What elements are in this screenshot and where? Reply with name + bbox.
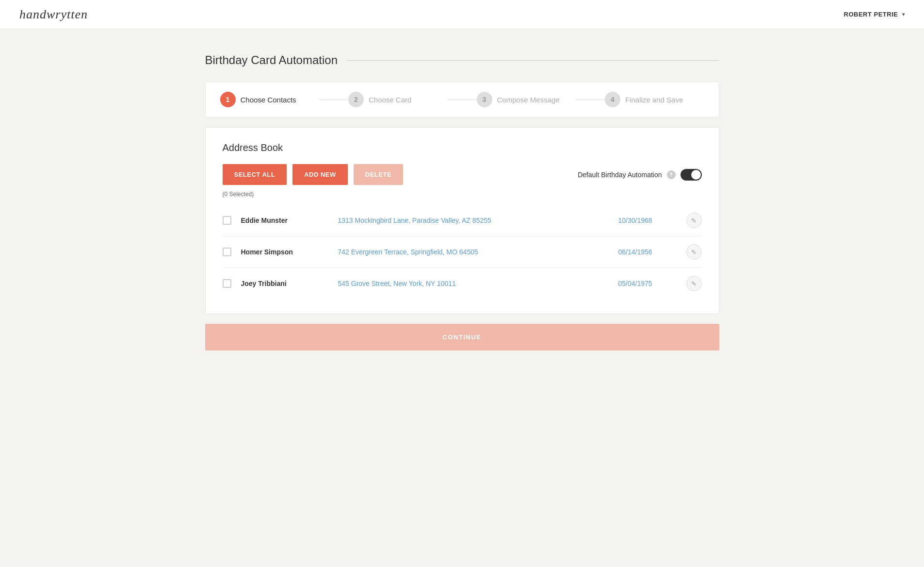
default-birthday-label: Default Birthday Automation: [578, 171, 662, 179]
step-3: 3 Compose Message: [477, 92, 576, 107]
step-4-number: 4: [605, 92, 620, 107]
user-name: ROBERT PETRIE: [844, 11, 898, 18]
toolbar: SELECT ALL ADD NEW DELETE Default Birthd…: [223, 164, 702, 185]
edit-contact-button[interactable]: ✎: [686, 213, 702, 228]
step-connector-3: [576, 100, 605, 100]
help-icon[interactable]: ?: [667, 170, 676, 179]
header: handwrytten ROBERT PETRIE ▾: [0, 0, 924, 29]
content-card: Address Book SELECT ALL ADD NEW DELETE D…: [205, 127, 719, 314]
step-2: 2 Choose Card: [348, 92, 448, 107]
contact-dob: 06/14/1956: [618, 248, 677, 256]
contact-address: 742 Evergreen Terrace, Springfield, MO 6…: [338, 248, 609, 256]
selected-count: (0 Selected): [223, 191, 702, 198]
step-connector-1: [319, 100, 348, 100]
user-menu[interactable]: ROBERT PETRIE ▾: [844, 11, 905, 18]
main-content: Birthday Card Automation 1 Choose Contac…: [186, 29, 739, 375]
logo: handwrytten: [19, 7, 88, 22]
page-title-row: Birthday Card Automation: [205, 53, 719, 67]
contact-name: Joey Tribbiani: [241, 280, 328, 287]
add-new-button[interactable]: ADD NEW: [292, 164, 348, 185]
continue-button[interactable]: CONTINUE: [205, 324, 719, 350]
chevron-down-icon: ▾: [902, 12, 905, 17]
table-row: Homer Simpson 742 Evergreen Terrace, Spr…: [223, 236, 702, 268]
table-row: Joey Tribbiani 545 Grove Street, New Yor…: [223, 268, 702, 299]
step-1: 1 Choose Contacts: [220, 92, 320, 107]
contact-dob: 10/30/1968: [618, 217, 677, 224]
toolbar-right: Default Birthday Automation ?: [578, 169, 702, 181]
contact-checkbox-joey[interactable]: [223, 279, 231, 288]
delete-button[interactable]: DELETE: [354, 164, 403, 185]
step-4-label: Finalize and Save: [625, 96, 683, 104]
step-1-label: Choose Contacts: [241, 96, 296, 104]
contact-dob: 05/04/1975: [618, 280, 677, 287]
table-row: Eddie Munster 1313 Mockingbird Lane, Par…: [223, 205, 702, 236]
step-2-label: Choose Card: [369, 96, 411, 104]
contact-name: Eddie Munster: [241, 217, 328, 224]
step-2-number: 2: [348, 92, 364, 107]
steps-card: 1 Choose Contacts 2 Choose Card 3 Compos…: [205, 82, 719, 117]
contact-checkbox-homer[interactable]: [223, 248, 231, 256]
page-title: Birthday Card Automation: [205, 53, 338, 67]
toggle-knob: [691, 170, 701, 180]
default-birthday-toggle[interactable]: [681, 169, 702, 181]
address-book-title: Address Book: [223, 142, 702, 153]
contact-list: Eddie Munster 1313 Mockingbird Lane, Par…: [223, 205, 702, 299]
step-3-label: Compose Message: [497, 96, 560, 104]
contact-address: 545 Grove Street, New York, NY 10011: [338, 280, 609, 287]
select-all-button[interactable]: SELECT ALL: [223, 164, 287, 185]
step-connector-2: [448, 100, 477, 100]
edit-contact-button[interactable]: ✎: [686, 244, 702, 260]
contact-name: Homer Simpson: [241, 248, 328, 256]
contact-address: 1313 Mockingbird Lane, Paradise Valley, …: [338, 217, 609, 224]
edit-contact-button[interactable]: ✎: [686, 276, 702, 291]
step-4: 4 Finalize and Save: [605, 92, 704, 107]
step-1-number: 1: [220, 92, 236, 107]
title-divider: [347, 60, 719, 61]
step-3-number: 3: [477, 92, 492, 107]
contact-checkbox-eddie[interactable]: [223, 216, 231, 225]
